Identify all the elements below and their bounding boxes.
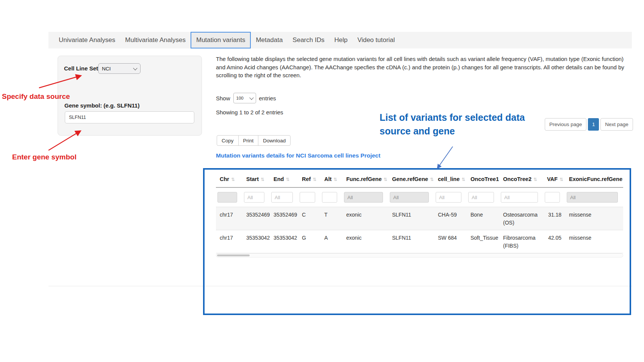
filter-chr[interactable] — [217, 192, 237, 203]
column-header-oncotree2[interactable]: OncoTree2⇅ — [499, 171, 543, 187]
column-label: OncoTree2 — [503, 176, 531, 182]
filter-cell — [434, 187, 467, 207]
cell-line-set-select[interactable]: NCI — [98, 63, 141, 74]
nav-bar: Univariate AnalysesMultivariate Analyses… — [48, 32, 632, 48]
column-header-gene-refgene[interactable]: Gene.refGene⇅ — [388, 171, 434, 187]
table-caption: Mutation variants details for NCI Sarcom… — [216, 152, 380, 159]
current-page-button[interactable]: 1 — [588, 118, 599, 131]
column-label: Func.refGene — [346, 176, 381, 182]
mutation-variants-page: Univariate AnalysesMultivariate Analyses… — [0, 0, 644, 362]
column-header-oncotree1[interactable]: OncoTree1⇅ — [467, 171, 499, 187]
sort-icon[interactable]: ⇅ — [533, 177, 537, 182]
scrollbar-thumb[interactable] — [217, 254, 250, 256]
cell-end: 35353042 — [270, 230, 298, 253]
copy-button[interactable]: Copy — [217, 135, 239, 146]
column-label: cell_line — [438, 176, 460, 182]
cell-vaf: 42.05 — [543, 230, 565, 253]
download-button[interactable]: Download — [258, 135, 291, 146]
filter-oncotree2[interactable] — [501, 192, 538, 203]
print-button[interactable]: Print — [238, 135, 259, 146]
filter-end[interactable] — [271, 192, 293, 203]
cell-line-set-label: Cell Line Set — [64, 63, 98, 74]
sort-icon[interactable]: ⇅ — [333, 177, 337, 182]
previous-page-button[interactable]: Previous page — [545, 118, 586, 131]
cell-ref: C — [298, 207, 320, 230]
table-row: chr173535304235353042GAexonicSLFN11SW 68… — [216, 230, 623, 253]
export-button-group: CopyPrintDownload — [217, 135, 291, 146]
sort-icon[interactable]: ⇅ — [383, 177, 387, 182]
arrow-to-variants-table — [438, 147, 453, 168]
column-header-end[interactable]: End⇅ — [270, 171, 298, 187]
pagination: Previous page 1 Next page — [545, 118, 633, 131]
sort-icon[interactable]: ⇅ — [261, 177, 264, 182]
sort-icon[interactable]: ⇅ — [560, 177, 563, 182]
next-page-button[interactable]: Next page — [600, 118, 633, 131]
tab-mutation-variants[interactable]: Mutation variants — [191, 32, 251, 48]
sort-icon[interactable]: ⇅ — [231, 177, 235, 182]
annotation-enter-gene-symbol: Enter gene symbol — [12, 153, 77, 161]
filter-ref[interactable] — [300, 192, 315, 203]
cell-oncotree1: Bone — [467, 207, 499, 230]
sort-icon[interactable]: ⇅ — [313, 177, 316, 182]
tab-metadata[interactable]: Metadata — [251, 32, 288, 48]
tab-multivariate-analyses[interactable]: Multivariate Analyses — [120, 32, 191, 48]
sort-icon[interactable]: ⇅ — [430, 177, 434, 182]
column-header-ref[interactable]: Ref⇅ — [298, 171, 320, 187]
table-row: chr173535246935352469CTexonicSLFN11CHA-5… — [216, 207, 623, 230]
column-label: Ref — [302, 176, 311, 182]
cell-chr: chr17 — [216, 207, 242, 230]
column-header-func-refgene[interactable]: Func.refGene⇅ — [342, 171, 388, 187]
column-header-exonicfunc-refgene[interactable]: ExonicFunc.refGene⇅ — [565, 171, 623, 187]
filter-start[interactable] — [244, 192, 264, 203]
page-length-control: Show 100 entries — [216, 93, 276, 103]
gene-symbol-label: Gene symbol: (e.g. SLFN11) — [64, 102, 139, 109]
filter-cell-line[interactable] — [436, 192, 461, 203]
filter-func-refgene[interactable]: All — [344, 192, 383, 203]
tab-video-tutorial[interactable]: Video tutorial — [352, 32, 400, 48]
filter-oncotree1[interactable] — [468, 192, 494, 203]
content-divider — [48, 286, 632, 286]
column-header-vaf[interactable]: VAF⇅ — [543, 171, 565, 187]
sort-icon[interactable]: ⇅ — [461, 177, 465, 182]
annotation-variants-note: List of variants for selected data sourc… — [380, 111, 550, 138]
sort-icon[interactable]: ⇅ — [286, 177, 289, 182]
filter-alt[interactable] — [322, 192, 337, 203]
cell-start: 35353042 — [242, 230, 270, 253]
filter-gene-refgene[interactable]: All — [390, 192, 429, 203]
cell-end: 35352469 — [270, 207, 298, 230]
filter-vaf[interactable] — [545, 192, 560, 203]
variants-table-container: Chr⇅Start⇅End⇅Ref⇅Alt⇅Func.refGene⇅Gene.… — [216, 171, 623, 253]
gene-symbol-input[interactable] — [65, 111, 194, 123]
horizontal-scrollbar[interactable] — [216, 253, 623, 257]
column-label: Gene.refGene — [392, 176, 428, 182]
tab-univariate-analyses[interactable]: Univariate Analyses — [54, 32, 120, 48]
tab-help[interactable]: Help — [329, 32, 352, 48]
cell-cell-line: SW 684 — [434, 230, 467, 253]
filter-cell — [320, 187, 342, 207]
filter-cell: All — [342, 187, 388, 207]
cell-oncotree2: Osteosarcoma (OS) — [499, 207, 543, 230]
cell-gene-refgene: SLFN11 — [388, 207, 434, 230]
filter-cell — [543, 187, 565, 207]
column-header-cell-line[interactable]: cell_line⇅ — [434, 171, 467, 187]
filter-cell — [499, 187, 543, 207]
tab-search-ids[interactable]: Search IDs — [288, 32, 329, 48]
page-length-value: 100 — [236, 96, 244, 100]
cell-exonicfunc-refgene: missense — [565, 230, 623, 253]
cell-alt: A — [320, 230, 342, 253]
cell-func-refgene: exonic — [342, 230, 388, 253]
cell-cell-line: CHA-59 — [434, 207, 467, 230]
filter-exonicfunc-refgene[interactable]: All — [567, 192, 618, 203]
table-filter-row: AllAllAll — [216, 187, 623, 207]
page-length-select[interactable]: 100 — [233, 93, 256, 103]
filter-cell — [298, 187, 320, 207]
cell-ref: G — [298, 230, 320, 253]
cell-exonicfunc-refgene: missense — [565, 207, 623, 230]
column-header-start[interactable]: Start⇅ — [242, 171, 270, 187]
cell-line-set-value: NCI — [102, 66, 111, 72]
column-header-alt[interactable]: Alt⇅ — [320, 171, 342, 187]
column-label: Chr — [220, 176, 229, 182]
entries-label: entries — [259, 95, 276, 101]
column-header-chr[interactable]: Chr⇅ — [216, 171, 242, 187]
cell-oncotree1: Soft_Tissue — [467, 230, 499, 253]
